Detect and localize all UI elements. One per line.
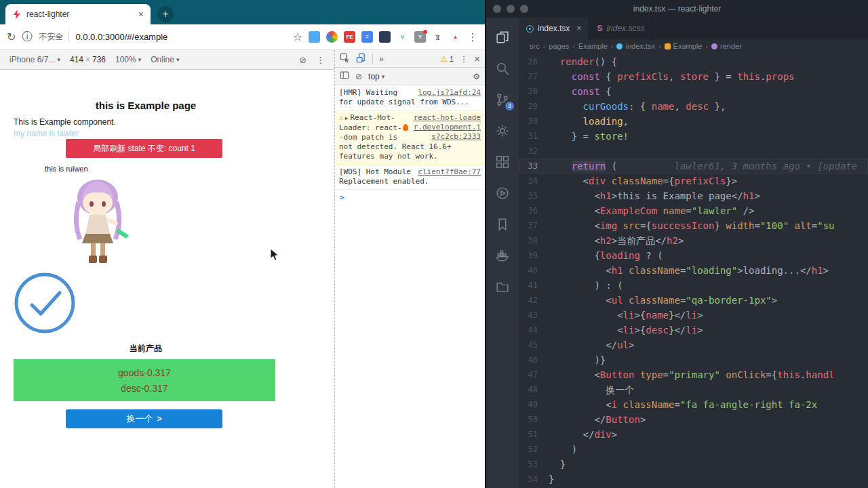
minimize-window-icon[interactable] — [507, 5, 515, 13]
code-line-54[interactable]: 54} — [519, 472, 868, 487]
activity-explorer-icon[interactable] — [486, 22, 519, 53]
code-line-47[interactable]: 47 <Button type="primary" onClick={this.… — [519, 367, 868, 382]
clear-console-icon[interactable]: ⊘ — [355, 72, 362, 81]
console-source-link[interactable]: log.js?1afd:24 — [418, 88, 481, 98]
rainbow-extension-icon[interactable] — [326, 31, 338, 43]
breadcrumb-item-Example[interactable]: Example — [665, 42, 703, 50]
code-line-42[interactable]: 42 <ul className="qa-border-1px"> — [519, 293, 868, 308]
maximize-window-icon[interactable] — [520, 5, 528, 13]
breadcrumb-item-pages[interactable]: pages — [549, 42, 569, 50]
devtools-close-icon[interactable]: × — [474, 53, 480, 64]
code-line-52[interactable]: 52 ) — [519, 442, 868, 457]
console-settings-icon[interactable]: ⚙ — [473, 72, 480, 81]
dark-extension-icon[interactable] — [379, 31, 391, 43]
code-line-46[interactable]: 46 )} — [519, 352, 868, 367]
code-line-35[interactable]: 35 <h1>this is Example page</h1> — [519, 188, 868, 203]
activity-source-control-icon[interactable]: 3 — [486, 84, 519, 115]
tab-close-icon[interactable]: × — [576, 24, 581, 33]
activity-settings-icon[interactable] — [486, 115, 519, 146]
vscode-body: 3 index.tsx×Sindex.scss src›pages›Exampl… — [486, 18, 868, 488]
more-panels-icon[interactable]: » — [379, 54, 384, 64]
code-line-31[interactable]: 31 } = store! — [519, 129, 868, 144]
info-icon[interactable]: ⓘ — [22, 30, 33, 44]
code-line-33[interactable]: 33 return ( lawler61, 3 months ago • [up… — [519, 159, 868, 174]
breadcrumb-separator-icon: › — [705, 42, 708, 50]
reload-icon[interactable]: ↻ — [7, 30, 16, 43]
twitter-extension-icon[interactable] — [309, 31, 320, 43]
code-line-32[interactable]: 32 — [519, 144, 868, 159]
fire-emoji-icon — [403, 124, 408, 131]
devtools-menu-icon[interactable]: ⋮ — [460, 54, 468, 64]
code-line-26[interactable]: 26 render() { — [519, 54, 868, 69]
line-number: 39 — [519, 248, 549, 263]
activity-bookmarks-icon[interactable] — [486, 209, 519, 240]
console-source-link[interactable]: client?f8ae:77 — [418, 167, 481, 177]
code-line-48[interactable]: 48 换一个 — [519, 382, 868, 397]
code-line-34[interactable]: 34 <div className={prefixCls}> — [519, 174, 868, 188]
context-label: top — [368, 72, 380, 81]
console-prompt-row[interactable]: > — [335, 190, 485, 206]
activity-docker-icon[interactable] — [486, 240, 519, 271]
blue-extension-icon[interactable]: ≡ — [361, 31, 373, 43]
code-line-36[interactable]: 36 <ExampleCom name="lawler" /> — [519, 203, 868, 218]
device-select[interactable]: iPhone 6/7... ▾ — [9, 55, 60, 64]
browser-menu-icon[interactable]: ⋮ — [467, 30, 478, 43]
next-button[interactable]: 换一个 > — [66, 409, 222, 428]
vue-extension-icon[interactable]: V — [397, 31, 408, 43]
breadcrumb-item-index.tsx[interactable]: index.tsx — [616, 42, 654, 50]
code-editor[interactable]: 26 render() {27 const { prefixCls, store… — [519, 53, 868, 488]
code-line-49[interactable]: 49 <i className="fa fa-angle-right fa-2x — [519, 397, 868, 412]
flame-extension-icon[interactable]: ▲ — [450, 31, 461, 43]
product-heading: 当前产品 — [5, 343, 286, 354]
console-sidebar-icon[interactable] — [340, 70, 349, 82]
line-number: 26 — [519, 54, 549, 69]
network-throttle-select[interactable]: Online ▾ — [151, 55, 179, 64]
device-toolbar-toggle-icon[interactable] — [356, 53, 366, 65]
breadcrumb-item-Example[interactable]: Example — [578, 42, 608, 50]
code-line-41[interactable]: 41 ) : ( — [519, 278, 868, 293]
code-line-43[interactable]: 43 <li>{name}</li> — [519, 308, 868, 323]
brackets-extension-icon[interactable]: ][ — [432, 31, 443, 43]
new-tab-button[interactable]: + — [157, 6, 174, 22]
browser-tab[interactable]: react-lighter × — [5, 4, 151, 24]
bookmark-star-icon[interactable]: ☆ — [293, 30, 302, 43]
breadcrumb-item-render[interactable]: render — [711, 42, 742, 50]
inspect-icon[interactable] — [340, 53, 350, 65]
devicebar-menu-icon[interactable]: ⋮ — [316, 55, 325, 65]
console-source-link[interactable]: react-hot-loader.development.js?c2cb:233… — [413, 113, 481, 142]
code-line-45[interactable]: 45 </ul> — [519, 338, 868, 352]
code-line-53[interactable]: 53 } — [519, 457, 868, 472]
breadcrumb-item-src[interactable]: src — [530, 42, 540, 50]
code-line-51[interactable]: 51 </div> — [519, 427, 868, 442]
viewport-height[interactable]: 736 — [92, 55, 106, 64]
code-line-27[interactable]: 27 const { prefixCls, store } = this.pro… — [519, 69, 868, 84]
expand-triangle-icon[interactable]: ▶ — [345, 115, 349, 121]
code-line-40[interactable]: 40 <h1 className="loading">loading...</h… — [519, 263, 868, 278]
close-window-icon[interactable] — [493, 5, 501, 13]
activity-search-icon[interactable] — [486, 53, 519, 84]
url-text[interactable]: 0.0.0.0:3000/#/example — [75, 32, 167, 42]
activity-debug-icon[interactable] — [486, 178, 519, 209]
fe-extension-icon[interactable]: FE — [344, 31, 355, 43]
editor-tab-index.tsx[interactable]: index.tsx× — [519, 18, 589, 39]
activity-extensions-icon[interactable] — [486, 146, 519, 178]
gray-extension-icon[interactable]: Y — [414, 31, 426, 43]
code-line-50[interactable]: 50 </Button> — [519, 412, 868, 427]
code-line-28[interactable]: 28 const { — [519, 84, 868, 99]
code-line-44[interactable]: 44 <li>{desc}</li> — [519, 323, 868, 338]
code-line-39[interactable]: 39 {loading ? ( — [519, 248, 868, 263]
activity-folder-icon[interactable] — [486, 271, 519, 302]
code-line-30[interactable]: 30 loading, — [519, 114, 868, 129]
warning-count-badge[interactable]: ⚠ 1 — [440, 54, 454, 64]
editor-tab-index.scss[interactable]: Sindex.scss — [589, 18, 652, 39]
context-select[interactable]: top ▾ — [368, 72, 384, 81]
security-label[interactable]: 不安全 — [39, 31, 69, 43]
viewport-width[interactable]: 414 — [70, 55, 83, 64]
rotate-icon[interactable]: ⊘ — [299, 55, 307, 65]
code-line-29[interactable]: 29 curGoods: { name, desc }, — [519, 99, 868, 114]
zoom-select[interactable]: 100% ▾ — [115, 55, 141, 64]
code-line-37[interactable]: 37 <img src={successIcon} width="100" al… — [519, 218, 868, 233]
tab-close-icon[interactable]: × — [138, 9, 144, 20]
code-line-38[interactable]: 38 <h2>当前产品</h2> — [519, 233, 868, 248]
count-button[interactable]: 局部刷新 state 不变: count 1 — [66, 139, 222, 158]
